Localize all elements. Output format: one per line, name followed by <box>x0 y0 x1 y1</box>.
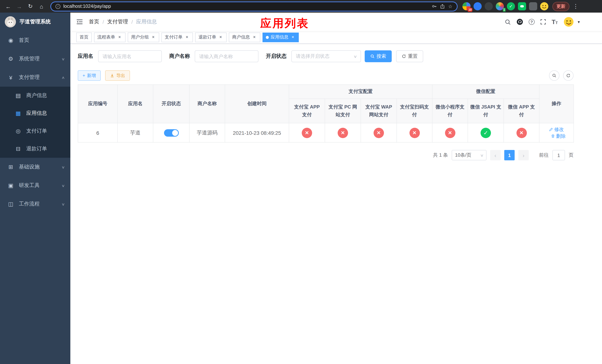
tab-home[interactable]: 首页 <box>76 32 92 42</box>
table-toolbar: + 新增 导出 <box>78 70 573 81</box>
extension-icon-colorful-grid[interactable]: 10 <box>462 2 471 10</box>
sidebar-item-label: 应用信息 <box>26 110 47 117</box>
search-button[interactable]: 搜索 <box>365 50 392 62</box>
bookmark-star-icon[interactable]: ☆ <box>448 3 452 9</box>
sidebar-item-label: 基础设施 <box>19 164 40 170</box>
merchant-name-label: 商户名称 <box>169 53 190 60</box>
chevron-down-icon: ∨ <box>353 54 357 58</box>
close-icon[interactable]: × <box>252 35 257 40</box>
fullscreen-icon[interactable] <box>540 19 546 25</box>
prev-page-button[interactable]: ‹ <box>490 150 501 160</box>
forward-icon[interactable]: → <box>14 1 24 11</box>
next-page-button[interactable]: › <box>518 150 529 160</box>
export-button[interactable]: 导出 <box>105 70 130 81</box>
extension-icon-puzzle[interactable] <box>529 2 537 10</box>
col-wechat-mini: 微信小程序支付 <box>432 99 468 123</box>
add-button[interactable]: + 新增 <box>78 70 101 81</box>
breadcrumb: 首页 / 支付管理 / 应用信息 <box>89 19 157 25</box>
search-icon[interactable] <box>505 19 511 25</box>
extension-icon-green-check[interactable] <box>507 2 515 10</box>
site-info-icon[interactable] <box>55 4 60 9</box>
cell-status <box>153 123 189 142</box>
col-app-id: 应用编号 <box>78 85 118 123</box>
sidebar-item-app-info[interactable]: ▦ 应用信息 <box>0 104 70 122</box>
update-button[interactable]: 更新 <box>552 2 570 11</box>
extension-icon-blue[interactable] <box>473 2 482 10</box>
sidebar-item-refund-order[interactable]: ⊟ 退款订单 <box>0 140 70 158</box>
sidebar-item-workflow[interactable]: ◫ 工作流程 ∨ <box>0 195 70 213</box>
main-area: 首页 / 支付管理 / 应用信息 应用列表 <box>70 13 602 364</box>
caret-down-icon[interactable]: ▾ <box>578 20 580 24</box>
tab-merchant-info[interactable]: 商户信息 × <box>229 32 260 42</box>
browser-menu-icon[interactable]: ⋮ <box>572 3 579 10</box>
goto-page-input[interactable] <box>552 150 565 160</box>
page-1-button[interactable]: 1 <box>504 150 515 160</box>
wechat-mini-disabled-icon <box>445 128 455 138</box>
sidebar-item-payment-mgmt[interactable]: ¥ 支付管理 ∧ <box>0 68 70 87</box>
tab-pay-order[interactable]: 支付订单 × <box>161 32 193 42</box>
github-icon[interactable] <box>516 19 523 25</box>
sidebar-item-home[interactable]: ◉ 首页 <box>0 31 70 50</box>
delete-button[interactable]: 删除 <box>551 133 566 139</box>
sidebar-item-infrastructure[interactable]: ⊞ 基础设施 ∨ <box>0 158 70 176</box>
cell-merchant-name: 芋道源码 <box>189 123 225 142</box>
dev-tools-icon: ▣ <box>7 182 14 189</box>
url-text[interactable]: localhost:1024/pay/app <box>63 4 111 9</box>
col-actions: 操作 <box>539 85 574 123</box>
breadcrumb-current: 应用信息 <box>136 19 157 25</box>
sidebar-item-label: 工作流程 <box>19 201 40 207</box>
refresh-button[interactable] <box>563 70 573 81</box>
toggle-search-button[interactable] <box>549 70 559 81</box>
breadcrumb-payment[interactable]: 支付管理 <box>107 19 128 25</box>
extension-icon-rainbow[interactable]: 1 <box>496 2 504 10</box>
page-size-select[interactable]: 10条/页 ∨ <box>452 150 486 160</box>
reset-button[interactable]: 重置 <box>396 50 423 62</box>
url-bar[interactable]: localhost:1024/pay/app ☆ <box>50 1 458 11</box>
back-icon[interactable]: ← <box>3 1 13 11</box>
extension-badge-green: 1 <box>503 8 506 12</box>
col-merchant-name: 商户名称 <box>189 85 225 123</box>
extension-icon-wechat-devtools[interactable] <box>518 2 526 10</box>
close-icon[interactable]: × <box>151 35 156 40</box>
app-name-label: 应用名 <box>78 53 93 60</box>
status-select[interactable]: 请选择开启状态 ∨ <box>291 50 361 62</box>
reload-icon[interactable]: ↻ <box>25 1 35 11</box>
tab-user-group[interactable]: 用户分组 × <box>128 32 159 42</box>
sidebar-item-system-mgmt[interactable]: ⚙ 系统管理 ∨ <box>0 50 70 68</box>
close-icon[interactable]: × <box>218 35 223 40</box>
share-icon[interactable] <box>440 4 445 9</box>
gear-icon: ⚙ <box>7 55 14 62</box>
tab-refund-order[interactable]: 退款订单 × <box>195 32 226 42</box>
profile-avatar-icon[interactable] <box>540 2 548 10</box>
app-name-input[interactable] <box>98 50 162 62</box>
cell-app-name: 芋道 <box>118 123 153 142</box>
status-toggle[interactable] <box>164 129 179 137</box>
logo-row: 芋道管理系统 <box>0 13 70 31</box>
close-icon[interactable]: × <box>117 35 122 40</box>
merchant-name-input[interactable] <box>195 50 258 62</box>
col-alipay-app: 支付宝 APP 支付 <box>289 99 325 123</box>
help-icon[interactable] <box>529 19 535 25</box>
user-avatar[interactable] <box>563 16 574 27</box>
password-key-icon[interactable] <box>432 4 437 9</box>
col-group-alipay: 支付宝配置 <box>289 85 432 99</box>
font-size-icon[interactable] <box>552 19 558 25</box>
home-icon[interactable]: ⌂ <box>36 1 47 11</box>
alipay-app-disabled-icon <box>302 128 312 138</box>
navbar-actions: ▾ <box>505 16 580 27</box>
sidebar: 芋道管理系统 ◉ 首页 ⚙ 系统管理 ∨ ¥ 支付管理 ∧ ▤ 商户信息 <box>0 13 70 364</box>
sidebar-item-pay-order[interactable]: ◎ 支付订单 <box>0 122 70 140</box>
close-icon[interactable]: × <box>184 35 190 40</box>
order-icon: ◎ <box>15 128 22 134</box>
edit-button[interactable]: 修改 <box>549 126 564 133</box>
sidebar-collapse-icon[interactable] <box>76 19 83 25</box>
sidebar-item-dev-tools[interactable]: ▣ 研发工具 ∨ <box>0 176 70 195</box>
breadcrumb-home[interactable]: 首页 <box>89 19 99 25</box>
plus-icon: + <box>83 73 85 78</box>
sidebar-item-merchant-info[interactable]: ▤ 商户信息 <box>0 87 70 104</box>
tab-app-info[interactable]: 应用信息 × <box>262 32 299 42</box>
close-icon[interactable]: × <box>290 35 295 40</box>
chevron-down-icon: ∨ <box>61 165 65 169</box>
extension-icon-dark[interactable] <box>485 2 493 10</box>
tab-flow-form[interactable]: 流程表单 × <box>94 32 126 42</box>
